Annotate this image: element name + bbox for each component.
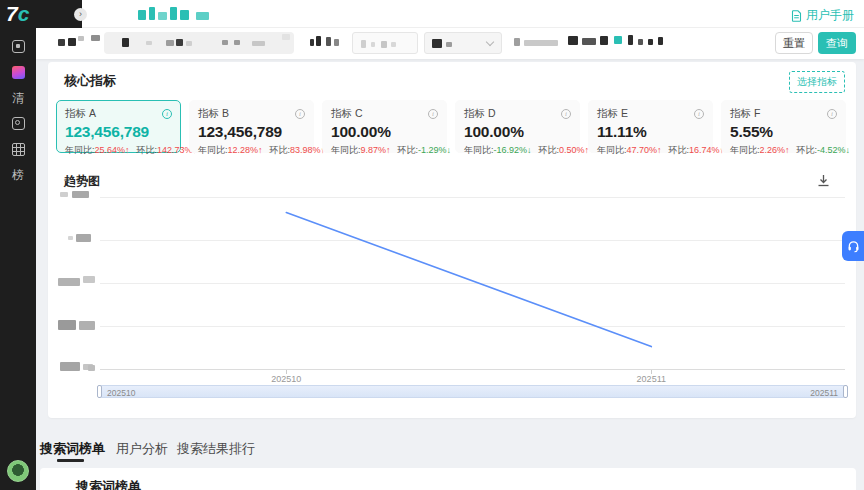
- document-icon: [791, 10, 802, 22]
- info-icon[interactable]: i: [295, 109, 305, 119]
- datazoom-slider[interactable]: 202510 202511: [100, 385, 845, 398]
- redacted-filter-text: [524, 40, 558, 46]
- redacted-y-label: [68, 236, 73, 240]
- info-icon[interactable]: i: [162, 109, 172, 119]
- redacted-segment: [146, 41, 152, 45]
- metric-value: 100.00%: [464, 123, 571, 141]
- tab-search-result-ranking[interactable]: 搜索结果排行: [177, 440, 255, 458]
- redacted-filter-text: [628, 35, 633, 45]
- search-box-icon: [12, 117, 25, 130]
- metric-card-b[interactable]: 指标 Bi 123,456,789 年同比:12.28%↑环比:83.98%↑: [189, 100, 314, 153]
- redacted-brand-text: [149, 7, 155, 20]
- x-axis-line: [100, 369, 845, 370]
- metric-name: 指标 C: [331, 107, 363, 121]
- redacted-input-value: [446, 42, 452, 47]
- metric-name: 指标 F: [730, 107, 760, 121]
- redacted-filter-text: [648, 39, 653, 45]
- bottom-card-title: 搜索词榜单: [76, 478, 141, 490]
- gridline: [100, 197, 845, 198]
- metric-value: 123,456,789: [65, 123, 172, 141]
- tab-user-analysis[interactable]: 用户分析: [116, 440, 168, 458]
- metric-name: 指标 B: [198, 107, 229, 121]
- redacted-filter-text: [568, 36, 578, 45]
- sidebar-item-table[interactable]: [0, 139, 36, 159]
- redacted-filter-select[interactable]: [424, 32, 502, 54]
- gridline: [100, 240, 845, 241]
- redacted-brand-text: [138, 10, 146, 20]
- datazoom-right-handle[interactable]: [843, 385, 848, 398]
- query-button[interactable]: 查询: [818, 32, 856, 54]
- datazoom-left-handle[interactable]: [97, 385, 102, 398]
- redacted-input-value: [381, 41, 387, 48]
- metric-card-e[interactable]: 指标 Ei 11.11% 年同比:47.70%↑环比:16.74%↑: [588, 100, 713, 153]
- logo-accent-text: c: [18, 2, 30, 26]
- redacted-y-label: [60, 192, 68, 197]
- reset-button[interactable]: 重置: [775, 32, 813, 54]
- redacted-filter-text: [600, 36, 608, 45]
- chevron-down-icon: [486, 38, 494, 46]
- user-avatar[interactable]: [7, 460, 29, 482]
- metric-stats: 年同比:9.87%↑环比:-1.29%↓: [331, 144, 438, 157]
- redacted-filter-label: [91, 35, 100, 41]
- core-metrics-panel: 核心指标 选择指标 指标 Ai 123,456,789 年同比:25.64%↑环…: [48, 62, 856, 418]
- user-manual-link[interactable]: 用户手册: [791, 7, 854, 24]
- metric-value: 5.55%: [730, 123, 837, 141]
- gridline: [100, 283, 845, 284]
- metric-stats: 年同比:25.64%↑环比:142.73%↑: [65, 144, 172, 157]
- grid-icon: [12, 143, 25, 156]
- redacted-filter-text: [514, 38, 520, 46]
- redacted-segment: [252, 41, 265, 46]
- gridline: [100, 326, 845, 327]
- info-icon[interactable]: i: [428, 109, 438, 119]
- redacted-filter-text: [638, 39, 643, 45]
- redacted-brand-text: [180, 10, 189, 20]
- metric-stats: 年同比:12.28%↑环比:83.98%↑: [198, 144, 305, 157]
- metric-card-a[interactable]: 指标 Ai 123,456,789 年同比:25.64%↑环比:142.73%↑: [56, 100, 181, 153]
- metric-name: 指标 D: [464, 107, 496, 121]
- manual-link-label: 用户手册: [806, 7, 854, 24]
- sidebar-collapse-button[interactable]: ›: [74, 8, 87, 21]
- metric-stats: 年同比:2.26%↑环比:-4.52%↓: [730, 144, 837, 157]
- select-metrics-button[interactable]: 选择指标: [789, 71, 845, 93]
- rank-char-icon: 榜: [12, 169, 24, 182]
- redacted-filter-text: [316, 36, 321, 46]
- redacted-segment: [222, 40, 228, 45]
- sidebar: 清 榜: [0, 0, 36, 490]
- redacted-teal-chip: [614, 36, 622, 44]
- redacted-y-label: [58, 278, 80, 286]
- sidebar-item-rank[interactable]: 榜: [0, 165, 36, 185]
- active-tab-indicator: [57, 459, 84, 462]
- redacted-y-label: [79, 321, 95, 330]
- redacted-segmented-control[interactable]: [104, 32, 294, 54]
- datazoom-end-label: 202511: [810, 388, 838, 398]
- filter-bar: 重置 查询: [36, 28, 864, 59]
- metric-card-c[interactable]: 指标 Ci 100.00% 年同比:9.87%↑环比:-1.29%↓: [322, 100, 447, 153]
- sidebar-item-search[interactable]: [0, 113, 36, 133]
- redacted-input-value: [391, 42, 396, 47]
- info-icon[interactable]: i: [694, 109, 704, 119]
- redacted-y-label: [58, 320, 76, 330]
- sidebar-item-dashboard[interactable]: [0, 36, 36, 56]
- redacted-segment: [282, 34, 290, 40]
- sidebar-item-apps[interactable]: [0, 62, 36, 82]
- redacted-filter-input[interactable]: [352, 32, 418, 54]
- info-icon[interactable]: i: [827, 109, 837, 119]
- scan-icon: [12, 40, 25, 53]
- redacted-segment: [186, 41, 192, 46]
- qing-char-icon: 清: [12, 92, 24, 105]
- redacted-y-label: [76, 234, 91, 242]
- metric-stats: 年同比:-16.92%↓环比:0.50%↑: [464, 144, 571, 157]
- app-logo[interactable]: 7 c: [0, 0, 82, 28]
- redacted-brand-text: [158, 12, 167, 20]
- redacted-input-value: [432, 39, 442, 48]
- sidebar-item-qing[interactable]: 清: [0, 88, 36, 108]
- chevron-right-icon: ›: [79, 9, 82, 19]
- datazoom-start-label: 202510: [107, 388, 135, 398]
- tab-search-term-ranking[interactable]: 搜索词榜单: [40, 440, 105, 458]
- metric-card-d[interactable]: 指标 Di 100.00% 年同比:-16.92%↓环比:0.50%↑: [455, 100, 580, 153]
- customer-service-button[interactable]: [842, 231, 864, 261]
- metric-card-f[interactable]: 指标 Fi 5.55% 年同比:2.26%↑环比:-4.52%↓: [721, 100, 846, 153]
- download-icon[interactable]: [817, 174, 830, 187]
- info-icon[interactable]: i: [561, 109, 571, 119]
- redacted-axis-origin-label: [88, 365, 95, 371]
